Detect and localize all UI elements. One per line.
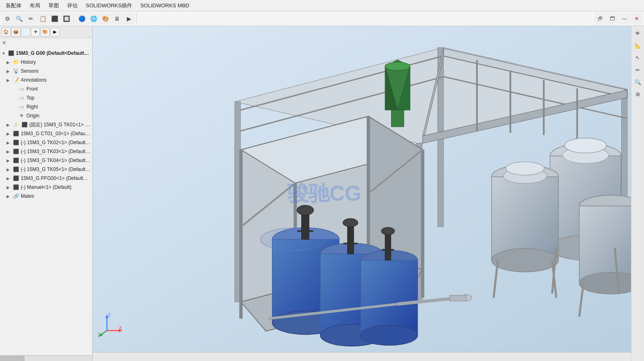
tk01-component-icon: ⬛ — [21, 121, 28, 128]
tree-item-sensors[interactable]: ▶ 📡 Sensors — [0, 67, 92, 76]
tree-item-manuel[interactable]: ▶ ⬛ (-) Manuel<1> (Default) — [0, 183, 92, 192]
right-btn-3[interactable]: ↖ — [632, 52, 644, 63]
right-btn-1[interactable]: 👁 — [632, 28, 644, 39]
svg-rect-74 — [450, 295, 466, 301]
toolbar-btn-color[interactable]: 🎨 — [100, 13, 111, 24]
svg-point-34 — [492, 249, 558, 272]
tree-item-mates[interactable]: ▶ 🔗 Mates — [0, 192, 92, 201]
mates-icon: 🔗 — [12, 192, 20, 200]
ct01-label: 15M3_G CT01_03<1> (Default<D... — [21, 131, 91, 136]
toolbar-btn-sphere[interactable]: 🔵 — [76, 13, 87, 24]
history-arrow: ▶ — [7, 60, 12, 65]
sensors-icon: 📡 — [12, 67, 20, 75]
tree-panel: ▼ ⬛ 15M3_G G00 (Default<Default_Displ...… — [0, 47, 92, 355]
pfg00-icon: ⬛ — [12, 175, 20, 182]
tk04-icon: ⬛ — [12, 157, 20, 164]
filter-bar[interactable]: ≡ — [0, 38, 92, 47]
history-folder-icon: 📁 — [12, 58, 20, 66]
tree-item-ct01[interactable]: ▶ ⬛ 15M3_G CT01_03<1> (Default<D... — [0, 129, 92, 138]
annotations-label: Annotations — [21, 77, 46, 83]
menu-sketch[interactable]: 草图 — [44, 0, 63, 11]
tree-item-pfg00[interactable]: ▶ ⬛ 15M3_G PFG00<1> (Default<D... — [0, 174, 92, 183]
toolbar-btn-settings[interactable]: ⚙ — [2, 13, 13, 24]
right-btn-5[interactable]: 🔍 — [632, 76, 644, 88]
lp-btn-add[interactable]: ✛ — [31, 28, 40, 37]
toolbar-group-2: 🔵 🌐 🎨 🖥 ▶ — [76, 13, 137, 24]
tree-item-origin[interactable]: ✚ Origin — [0, 111, 92, 120]
model-svg — [93, 26, 644, 361]
tk02-icon: ⬛ — [12, 139, 20, 146]
menu-sw-mbd[interactable]: SOLIDWORKS MBD — [136, 1, 194, 10]
svg-point-31 — [565, 138, 607, 153]
viewport[interactable]: 骏驰CG Z X Y — [93, 26, 644, 361]
tree-root[interactable]: ▼ ⬛ 15M3_G G00 (Default<Default_Displ... — [0, 49, 92, 58]
svg-rect-33 — [492, 177, 558, 260]
svg-point-63 — [381, 227, 395, 235]
left-panel-scrollbar[interactable] — [0, 355, 92, 361]
history-label: History — [21, 59, 36, 65]
window-minimize[interactable]: — — [619, 13, 630, 24]
tree-item-front[interactable]: ▭ Front — [0, 84, 92, 93]
window-maximize[interactable]: 🗖 — [607, 13, 618, 24]
annotations-arrow: ▶ — [7, 78, 12, 82]
right-label: Right — [26, 104, 38, 110]
svg-point-36 — [506, 162, 544, 175]
lp-btn-doc[interactable]: 📄 — [21, 28, 30, 37]
axes-indicator: Z X Y — [97, 312, 121, 337]
tk02-arrow: ▶ — [7, 141, 12, 145]
toolbar-btn-globe[interactable]: 🌐 — [88, 13, 99, 24]
right-btn-2[interactable]: 📐 — [632, 40, 644, 51]
mates-label: Mates — [21, 193, 34, 199]
window-close[interactable]: ✕ — [631, 13, 642, 24]
top-label: Top — [26, 95, 34, 101]
tree-item-tk01[interactable]: ▶ ⚠ ⬛ (固定) 15M3_G TK01<1> (Def... — [0, 120, 92, 129]
lp-btn-color[interactable]: 🎨 — [41, 28, 50, 37]
window-restore[interactable]: 🗗 — [594, 13, 606, 24]
toolbar-btn-play[interactable]: ▶ — [123, 13, 135, 24]
root-label: 15M3_G G00 (Default<Default_Displ... — [16, 50, 91, 56]
svg-point-68 — [385, 62, 410, 71]
menu-sw-plugins[interactable]: SOLIDWORKS插件 — [82, 0, 136, 11]
toolbar-btn-edit[interactable]: ✏ — [25, 13, 37, 24]
menu-evaluate[interactable]: 评估 — [63, 0, 82, 11]
tree-item-history[interactable]: ▶ 📁 History — [0, 58, 92, 67]
tk01-label: (固定) 15M3_G TK01<1> (Def... — [29, 121, 91, 128]
lp-btn-model[interactable]: 📦 — [11, 28, 20, 37]
manuel-icon: ⬛ — [12, 184, 20, 191]
tree-item-tk03[interactable]: ▶ ⬛ (-) 15M3_G TK03<1> (Default<De... — [0, 147, 92, 156]
sensors-label: Sensors — [21, 68, 39, 74]
origin-icon: ✚ — [18, 112, 25, 119]
content-area: 🏠 📦 📄 ✛ 🎨 ▶ ≡ ▼ ⬛ 15M3_G G00 (Default<De… — [0, 26, 644, 361]
tree-item-right[interactable]: ▭ Right — [0, 102, 92, 111]
tree-item-tk04[interactable]: ▶ ⬛ (-) 15M3_G TK04<1> (Default<De... — [0, 156, 92, 165]
mates-arrow: ▶ — [7, 194, 12, 199]
toolbar-btn-box[interactable]: ⬛ — [49, 13, 60, 24]
svg-point-57 — [297, 205, 313, 215]
lp-btn-arrow[interactable]: ▶ — [50, 28, 59, 37]
tree-item-top[interactable]: ▭ Top — [0, 93, 92, 102]
left-panel: 🏠 📦 📄 ✛ 🎨 ▶ ≡ ▼ ⬛ 15M3_G G00 (Default<De… — [0, 26, 93, 361]
toolbar-group-1: ⚙ 🔍 ✏ 📋 ⬛ 🔲 — [2, 13, 74, 24]
tree-item-annotations[interactable]: ▶ 📝 Annotations — [0, 76, 92, 84]
toolbar-btn-copy[interactable]: 📋 — [37, 13, 48, 24]
svg-rect-69 — [392, 110, 404, 127]
toolbar-btn-shape[interactable]: 🔲 — [61, 13, 72, 24]
svg-text:X: X — [119, 326, 122, 330]
right-btn-6[interactable]: ⚙ — [632, 89, 644, 100]
tree-item-tk05[interactable]: ▶ ⬛ (-) 15M3_G TK05<1> (Default<De... — [0, 165, 92, 174]
menu-layout[interactable]: 布局 — [26, 0, 44, 11]
toolbar-btn-display[interactable]: 🖥 — [111, 13, 123, 24]
ct01-arrow: ▶ — [7, 132, 12, 136]
root-arrow: ▼ — [2, 51, 7, 56]
lp-btn-home[interactable]: 🏠 — [2, 28, 11, 37]
right-plane-icon: ▭ — [18, 103, 25, 110]
svg-text:Z: Z — [108, 313, 111, 317]
right-btn-4[interactable]: ✏ — [632, 64, 644, 76]
origin-label: Origin — [26, 113, 39, 119]
tree-item-tk02[interactable]: ▶ ⬛ (-) 15M3_G TK02<1> (Default<De... — [0, 138, 92, 147]
manuel-arrow: ▶ — [7, 185, 12, 190]
status-bar — [93, 352, 631, 361]
menu-assembly[interactable]: 装配体 — [2, 0, 26, 11]
menu-bar: 装配体 布局 草图 评估 SOLIDWORKS插件 SOLIDWORKS MBD — [0, 0, 644, 11]
toolbar-btn-search[interactable]: 🔍 — [13, 13, 25, 24]
